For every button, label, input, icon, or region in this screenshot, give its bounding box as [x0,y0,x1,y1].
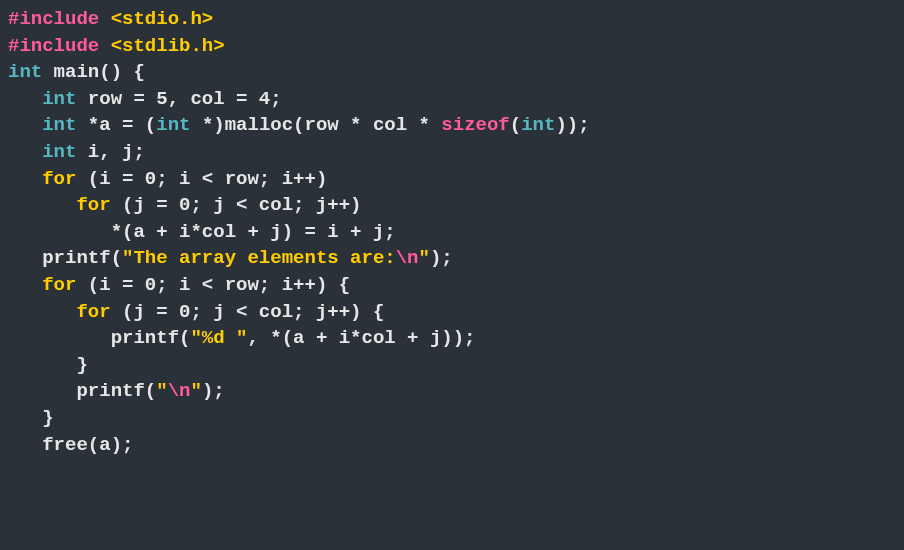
type-keyword: int [42,114,76,136]
type-keyword: int [521,114,555,136]
code-text: , *(a + i*col + j)); [247,327,475,349]
code-text: ); [202,380,225,402]
code-text: } [42,407,53,429]
code-line-3: int main() { [8,59,896,86]
type-keyword: int [42,88,76,110]
code-line-10: printf("The array elements are:\n"); [8,245,896,272]
code-line-15: printf("\n"); [8,378,896,405]
code-line-5: int *a = (int *)malloc(row * col * sizeo… [8,112,896,139]
for-keyword: for [42,274,76,296]
string-literal: " [190,380,201,402]
code-line-16: } [8,405,896,432]
code-text: printf( [42,247,122,269]
code-text: } [76,354,87,376]
code-line-4: int row = 5, col = 4; [8,86,896,113]
code-text: (i = 0; i < row; i++) { [76,274,350,296]
code-line-8: for (j = 0; j < col; j++) [8,192,896,219]
code-line-9: *(a + i*col + j) = i + j; [8,219,896,246]
code-text: ( [510,114,521,136]
indent [8,247,42,269]
code-line-2: #include <stdlib.h> [8,33,896,60]
include-header: <stdlib.h> [111,35,225,57]
code-line-11: for (i = 0; i < row; i++) { [8,272,896,299]
indent [8,380,76,402]
code-text: printf( [111,327,191,349]
code-text: (i = 0; i < row; i++) [76,168,327,190]
code-text: )); [555,114,589,136]
indent [8,274,42,296]
code-text: (j = 0; j < col; j++) { [111,301,385,323]
string-literal: "The array elements are: [122,247,396,269]
type-keyword: int [42,141,76,163]
preprocessor-directive: #include [8,8,111,30]
code-text: row = 5, col = 4; [76,88,281,110]
for-keyword: for [76,194,110,216]
code-text: *(a + i*col + j) = i + j; [111,221,396,243]
code-text: *a = ( [76,114,156,136]
code-text: *)malloc(row * col * [190,114,441,136]
escape-sequence: \n [168,380,191,402]
code-text: printf( [76,380,156,402]
indent [8,407,42,429]
code-line-6: int i, j; [8,139,896,166]
type-keyword: int [8,61,42,83]
indent [8,88,42,110]
indent [8,434,42,456]
code-text: i, j; [76,141,144,163]
code-line-17: free(a); [8,432,896,459]
preprocessor-directive: #include [8,35,111,57]
code-text: free(a); [42,434,133,456]
type-keyword: int [156,114,190,136]
code-line-14: } [8,352,896,379]
indent [8,141,42,163]
code-line-13: printf("%d ", *(a + i*col + j)); [8,325,896,352]
code-text: main() { [42,61,145,83]
indent [8,354,76,376]
indent [8,114,42,136]
code-text: (j = 0; j < col; j++) [111,194,362,216]
indent [8,327,111,349]
string-literal: " [419,247,430,269]
indent [8,301,76,323]
code-line-1: #include <stdio.h> [8,6,896,33]
for-keyword: for [42,168,76,190]
indent [8,194,76,216]
for-keyword: for [76,301,110,323]
code-text: ); [430,247,453,269]
string-literal: " [156,380,167,402]
include-header: <stdio.h> [111,8,214,30]
code-line-12: for (j = 0; j < col; j++) { [8,299,896,326]
escape-sequence: \n [396,247,419,269]
sizeof-keyword: sizeof [441,114,509,136]
string-literal: "%d " [190,327,247,349]
code-block: #include <stdio.h> #include <stdlib.h> i… [8,6,896,458]
indent [8,168,42,190]
indent [8,221,111,243]
code-line-7: for (i = 0; i < row; i++) [8,166,896,193]
